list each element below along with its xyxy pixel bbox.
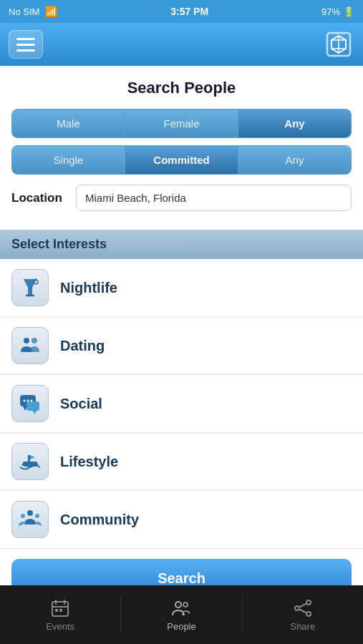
menu-line-1 — [16, 38, 35, 40]
svg-rect-29 — [59, 609, 62, 612]
lifestyle-icon — [18, 449, 42, 474]
svg-point-32 — [306, 600, 311, 605]
status-any-btn[interactable]: Any — [238, 146, 351, 174]
gender-any-btn[interactable]: Any — [238, 109, 351, 137]
events-icon — [50, 598, 70, 618]
svg-point-17 — [27, 400, 29, 402]
svg-point-22 — [21, 514, 25, 518]
status-time: 3:57 PM — [170, 6, 208, 17]
svg-line-36 — [299, 609, 306, 613]
events-tab-label: Events — [46, 621, 74, 632]
interests-header: Select Interests — [0, 230, 363, 259]
svg-point-33 — [295, 606, 299, 610]
tab-people[interactable]: People — [121, 592, 241, 638]
svg-rect-28 — [55, 609, 58, 612]
community-label: Community — [60, 512, 139, 528]
dating-icon — [18, 333, 42, 358]
interests-title: Select Interests — [11, 237, 107, 251]
battery-label: 97% — [321, 6, 340, 17]
community-icon-wrap — [11, 501, 49, 538]
svg-rect-14 — [26, 401, 39, 411]
location-row: Location — [11, 185, 352, 221]
tab-share[interactable]: Share — [243, 592, 363, 638]
svg-point-18 — [31, 400, 33, 402]
logo-svg — [326, 31, 352, 57]
gender-male-btn[interactable]: Male — [12, 109, 125, 137]
svg-rect-19 — [28, 455, 30, 462]
status-toggle: Single Committed Any — [11, 145, 352, 175]
svg-point-34 — [306, 612, 311, 616]
svg-point-11 — [32, 338, 37, 343]
share-icon — [293, 598, 313, 618]
svg-marker-20 — [30, 455, 35, 459]
share-tab-label: Share — [290, 621, 315, 632]
app-logo — [323, 30, 354, 59]
svg-point-30 — [175, 602, 181, 608]
menu-button[interactable] — [9, 30, 43, 59]
tab-events[interactable]: Events — [0, 592, 120, 638]
svg-point-31 — [183, 602, 188, 607]
status-left: No SIM 📶 — [9, 6, 57, 17]
svg-line-35 — [299, 603, 306, 607]
dating-label: Dating — [60, 338, 105, 354]
menu-line-3 — [16, 49, 35, 52]
nightlife-icon-wrap — [11, 269, 49, 306]
social-icon — [18, 391, 42, 416]
social-label: Social — [60, 396, 102, 412]
gender-toggle: Male Female Any — [11, 109, 352, 138]
location-label: Location — [11, 191, 69, 205]
interests-list: Nightlife Dating — [0, 259, 363, 549]
status-single-btn[interactable]: Single — [12, 146, 125, 174]
interest-item-dating[interactable]: Dating — [0, 317, 363, 375]
carrier-label: No SIM — [9, 6, 39, 17]
interest-item-social[interactable]: Social — [0, 375, 363, 433]
svg-point-21 — [27, 510, 33, 516]
battery-icon: 🔋 — [343, 6, 354, 17]
lifestyle-label: Lifestyle — [60, 454, 118, 470]
people-tab-label: People — [167, 621, 195, 632]
page-title: Search People — [11, 79, 352, 97]
gender-female-btn[interactable]: Female — [125, 109, 238, 137]
interest-item-community[interactable]: Community — [0, 491, 363, 549]
dating-icon-wrap — [11, 327, 49, 364]
wifi-icon: 📶 — [45, 6, 57, 17]
status-bar: No SIM 📶 3:57 PM 97% 🔋 — [0, 0, 363, 23]
svg-point-10 — [24, 338, 29, 343]
svg-marker-4 — [24, 279, 37, 296]
svg-marker-15 — [32, 411, 37, 414]
main-content: Search People Male Female Any Single Com… — [0, 66, 363, 230]
community-icon — [18, 507, 42, 532]
people-icon — [171, 598, 191, 618]
nightlife-label: Nightlife — [60, 280, 117, 296]
status-committed-btn[interactable]: Committed — [125, 146, 238, 174]
svg-point-16 — [24, 400, 26, 402]
tab-bar: Events People Share — [0, 585, 363, 644]
nav-header — [0, 23, 363, 66]
lifestyle-icon-wrap — [11, 443, 49, 480]
nightlife-icon — [18, 275, 42, 300]
status-right: 97% 🔋 — [321, 6, 354, 17]
location-input[interactable] — [76, 185, 352, 211]
svg-point-23 — [35, 514, 39, 518]
interest-item-lifestyle[interactable]: Lifestyle — [0, 433, 363, 491]
social-icon-wrap — [11, 385, 49, 422]
menu-line-2 — [16, 44, 35, 46]
interest-item-nightlife[interactable]: Nightlife — [0, 259, 363, 317]
